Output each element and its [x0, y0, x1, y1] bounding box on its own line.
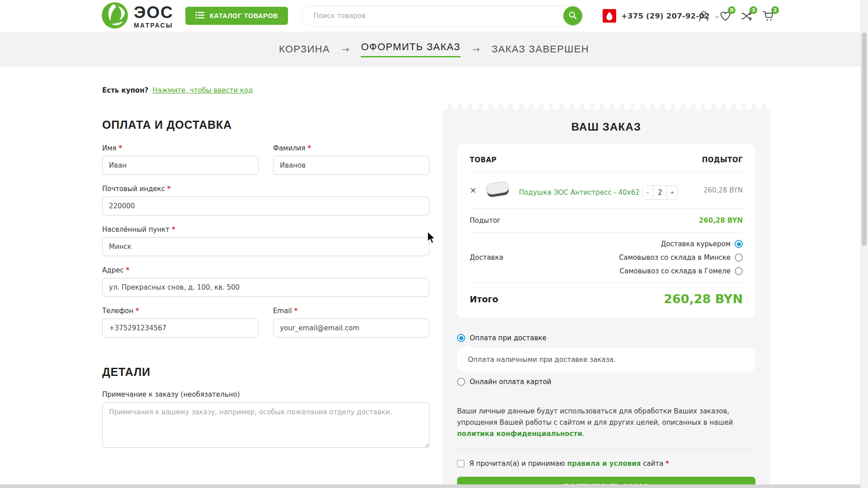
- step-complete: ЗАКАЗ ЗАВЕРШЕН: [491, 43, 589, 55]
- terms-text: Я прочитал(а) и принимаю правила и услов…: [469, 460, 669, 468]
- postcode-field: Почтовый индекс *: [102, 185, 429, 216]
- logo-line1: ЭОС: [134, 4, 174, 21]
- catalog-list-icon: [195, 11, 204, 20]
- divider: [457, 449, 755, 450]
- last-name-label: Фамилия *: [273, 144, 429, 152]
- terms-link[interactable]: правила и условия: [567, 460, 641, 468]
- remove-item-button[interactable]: ×: [470, 186, 476, 194]
- wishlist-button[interactable]: 0: [719, 10, 732, 23]
- radio-icon[interactable]: [735, 267, 743, 275]
- payment-description: Оплата наличными при доставке заказа.: [468, 356, 616, 364]
- quantity-input[interactable]: [653, 186, 667, 199]
- privacy-policy-link[interactable]: политика конфиденциальности: [457, 430, 582, 438]
- coupon-row: Есть купон? Нажмите, чтобы ввести код: [102, 86, 253, 94]
- order-summary-panel: ВАШ ЗАКАЗ ТОВАР ПОДЫТОГ × Подушка ЭОС Ан…: [442, 104, 770, 488]
- product-info: Подушка ЭОС Антистресс - 40х62 - +: [519, 181, 697, 200]
- privacy-note: Ваши личные данные будут использоваться …: [457, 406, 755, 439]
- site-logo[interactable]: ЭОС МАТРАСЫ: [101, 2, 174, 31]
- quantity-decrease-button[interactable]: -: [642, 186, 653, 199]
- email-label: Email *: [273, 307, 429, 315]
- billing-title: ОПЛАТА И ДОСТАВКА: [102, 118, 429, 131]
- coupon-question: Есть купон?: [102, 86, 148, 94]
- radio-icon[interactable]: [457, 378, 465, 386]
- column-subtotal: ПОДЫТОГ: [702, 156, 743, 164]
- product-line-price: 260,28 BYN: [703, 186, 743, 194]
- shipping-option-label: Самовывоз со склада в Минске: [619, 253, 731, 262]
- radio-icon[interactable]: [735, 253, 743, 262]
- search-bar: [301, 5, 583, 26]
- scrollbar-thumb[interactable]: [862, 33, 867, 246]
- page-scrollbar[interactable]: [860, 0, 868, 488]
- first-name-field: Имя *: [102, 144, 259, 175]
- total-row: Итого 260,28 BYN: [470, 282, 743, 318]
- payment-option-online[interactable]: Онлайн оплата картой: [457, 378, 755, 386]
- postcode-input[interactable]: [102, 197, 429, 216]
- address-input[interactable]: [102, 278, 429, 297]
- shipping-options: Доставка курьером Самовывоз со склада в …: [619, 240, 743, 275]
- shipping-option-label: Самовывоз со склада в Гомеле: [619, 267, 731, 275]
- first-name-label: Имя *: [102, 144, 259, 152]
- phone-label: Телефон *: [102, 307, 259, 315]
- total-value: 260,28 BYN: [664, 292, 743, 306]
- payment-description-box: Оплата наличными при доставке заказа.: [457, 348, 755, 371]
- city-field: Населённый пункт *: [102, 225, 429, 256]
- logo-icon: [101, 2, 128, 31]
- step-arrow-icon: →: [472, 44, 480, 55]
- first-name-input[interactable]: [102, 156, 259, 175]
- step-arrow-icon: →: [342, 44, 349, 55]
- search-input[interactable]: [301, 5, 583, 26]
- radio-selected-icon[interactable]: [457, 334, 465, 342]
- compare-button[interactable]: 3: [741, 10, 754, 23]
- email-field: Email *: [273, 307, 429, 338]
- cart-icon: [763, 15, 775, 23]
- phone-input[interactable]: [102, 319, 259, 338]
- cart-button[interactable]: 2: [763, 10, 775, 23]
- catalog-button-label: КАТАЛОГ ТОВАРОВ: [210, 12, 278, 19]
- order-card: ТОВАР ПОДЫТОГ × Подушка ЭОС Антистресс -…: [457, 144, 755, 318]
- coupon-link[interactable]: Нажмите, чтобы ввести код: [152, 86, 253, 94]
- checkout-steps: КОРЗИНА → ОФОРМИТЬ ЗАКАЗ → ЗАКАЗ ЗАВЕРШЕ…: [0, 32, 868, 67]
- postcode-label: Почтовый индекс *: [102, 185, 429, 193]
- catalog-button[interactable]: КАТАЛОГ ТОВАРОВ: [185, 7, 288, 25]
- radio-selected-icon[interactable]: [735, 240, 743, 248]
- mobile-operator-icon: [603, 9, 616, 23]
- payment-option-cod[interactable]: Оплата при доставке: [457, 334, 755, 342]
- column-product: ТОВАР: [470, 156, 497, 164]
- total-label: Итого: [470, 294, 498, 304]
- receipt-teeth-edge: [442, 104, 770, 110]
- site-header: ЭОС МАТРАСЫ КАТАЛОГ ТОВАРОВ: [0, 0, 868, 32]
- order-note-field: Примечание к заказу (необязательно): [102, 390, 429, 450]
- billing-form: ОПЛАТА И ДОСТАВКА Имя * Фамилия * Почтов…: [102, 118, 429, 460]
- search-button[interactable]: [563, 6, 582, 25]
- address-field: Адрес *: [102, 266, 429, 297]
- phone-number: +375 (29) 207-92-02: [621, 12, 710, 20]
- city-input[interactable]: [102, 237, 429, 256]
- wishlist-count-badge: 0: [728, 6, 736, 14]
- header-icons: 0 3 2: [698, 10, 775, 23]
- cart-count-badge: 2: [771, 6, 779, 14]
- step-cart[interactable]: КОРЗИНА: [279, 43, 330, 55]
- user-icon: [698, 15, 710, 24]
- footer-edge: [0, 484, 868, 488]
- product-thumbnail: [483, 179, 512, 202]
- quantity-increase-button[interactable]: +: [667, 186, 678, 199]
- shipping-option-courier[interactable]: Доставка курьером: [661, 240, 743, 248]
- terms-checkbox[interactable]: [457, 460, 464, 467]
- shipping-option-pickup-minsk[interactable]: Самовывоз со склада в Минске: [619, 253, 743, 262]
- account-button[interactable]: [698, 10, 710, 23]
- product-title-link[interactable]: Подушка ЭОС Антистресс - 40х62: [519, 188, 640, 197]
- logo-line2: МАТРАСЫ: [134, 22, 174, 28]
- order-note-textarea[interactable]: [102, 402, 429, 448]
- payment-option-label: Оплата при доставке: [470, 334, 547, 342]
- email-input[interactable]: [273, 319, 429, 338]
- step-checkout: ОФОРМИТЬ ЗАКАЗ: [361, 41, 460, 57]
- order-title: ВАШ ЗАКАЗ: [442, 121, 770, 133]
- subtotal-row: Подытог 260,28 BYN: [470, 208, 743, 232]
- payment-option-label: Онлайн оплата картой: [470, 378, 552, 386]
- shipping-option-pickup-gomel[interactable]: Самовывоз со склада в Гомеле: [619, 267, 743, 275]
- last-name-input[interactable]: [273, 156, 429, 175]
- city-label: Населённый пункт *: [102, 225, 429, 234]
- shipping-label: Доставка: [470, 253, 503, 262]
- subtotal-value: 260,28 BYN: [699, 216, 743, 225]
- compare-icon: [741, 15, 753, 24]
